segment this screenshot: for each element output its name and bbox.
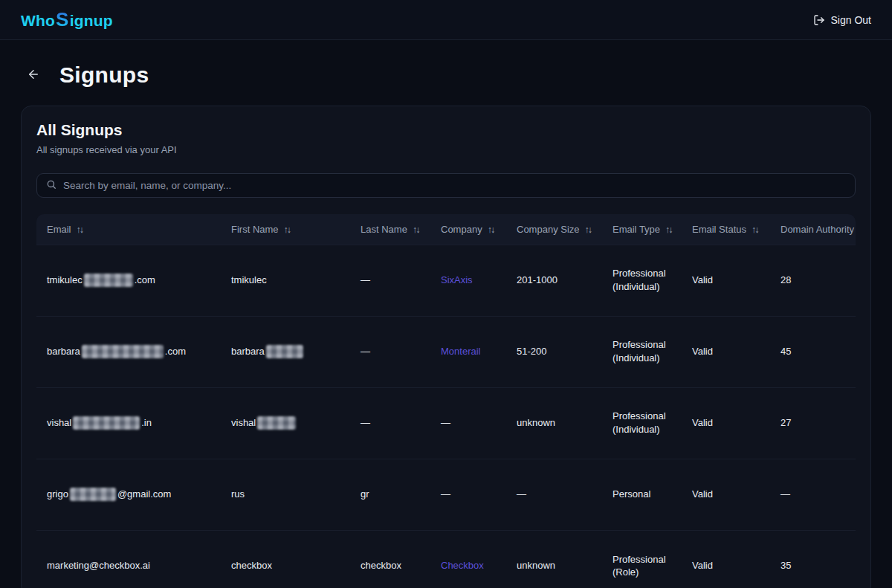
back-button[interactable] (27, 68, 40, 83)
email-type-cell: Professional (Individual) (602, 245, 682, 316)
sign-out-button[interactable]: Sign Out (813, 14, 871, 26)
column-header-email[interactable]: Email↑↓ (36, 214, 221, 245)
page-title: Signups (59, 62, 149, 88)
domain-authority-cell: 45 (770, 316, 856, 387)
column-label: Last Name (361, 224, 407, 235)
redacted-blur (73, 416, 140, 430)
domain-authority-cell: — (770, 459, 856, 530)
company-cell: — (430, 387, 506, 459)
email-cell: grigo@gmail.com (36, 459, 221, 530)
sign-out-label: Sign Out (831, 14, 871, 26)
company-link[interactable]: Checkbox (441, 560, 484, 571)
domain-authority-cell: 27 (770, 387, 856, 459)
table-body: tmikulec.comtmikulec—SixAxis201-1000Prof… (36, 245, 856, 588)
first-name-cell: checkbox (221, 530, 350, 588)
redacted-blur (266, 345, 303, 358)
sort-icon: ↑↓ (77, 224, 83, 235)
company-cell: Monterail (430, 316, 506, 387)
sort-icon: ↑↓ (752, 224, 758, 235)
first-name-cell: vishal (221, 387, 350, 459)
sort-icon: ↑↓ (413, 224, 419, 235)
signups-table: Email↑↓First Name↑↓Last Name↑↓Company↑↓C… (36, 214, 856, 588)
table-row[interactable]: grigo@gmail.comrusgr——PersonalValid— (36, 459, 856, 530)
signups-table-container: Email↑↓First Name↑↓Last Name↑↓Company↑↓C… (36, 214, 856, 588)
app-logo[interactable]: WhoSignup (21, 10, 113, 30)
column-label: Company Size (517, 224, 580, 235)
email-status-cell: Valid (682, 245, 770, 316)
column-header-domain-authority[interactable]: Domain Authority↑↓ (770, 214, 856, 245)
email-cell: vishal.in (36, 387, 221, 459)
domain-authority-cell: 28 (770, 245, 856, 316)
company-cell: Checkbox (430, 530, 506, 588)
email-type-cell: Professional (Individual) (602, 316, 682, 387)
top-navbar: WhoSignup Sign Out (0, 0, 892, 40)
company-size-cell: 51-200 (506, 316, 602, 387)
redacted-blur (70, 488, 116, 501)
first-name-cell: tmikulec (221, 245, 350, 316)
email-type-cell: Professional (Individual) (602, 387, 682, 459)
email-status-cell: Valid (682, 387, 770, 459)
domain-authority-cell: 35 (770, 530, 856, 588)
sort-icon: ↑↓ (585, 224, 592, 235)
search-bar[interactable] (36, 173, 856, 198)
email-type-cell: Professional (Role) (602, 530, 682, 588)
company-link[interactable]: SixAxis (441, 274, 473, 285)
logo-text-left: Who (21, 12, 55, 30)
column-label: Email (47, 224, 71, 235)
sort-icon: ↑↓ (284, 224, 291, 235)
column-label: Company (441, 224, 482, 235)
last-name-cell: checkbox (350, 530, 430, 588)
last-name-cell: — (350, 387, 430, 459)
panel-title: All Signups (36, 121, 856, 139)
logo-s-glyph: S (55, 10, 70, 29)
redacted-blur (257, 416, 296, 430)
email-status-cell: Valid (682, 316, 770, 387)
search-input[interactable] (63, 180, 846, 191)
last-name-cell: — (350, 316, 430, 387)
table-row[interactable]: vishal.invishal——unknownProfessional (In… (36, 387, 856, 459)
search-icon (46, 179, 56, 193)
column-header-email-type[interactable]: Email Type↑↓ (602, 214, 682, 245)
table-row[interactable]: marketing@checkbox.aicheckboxcheckboxChe… (36, 530, 856, 588)
email-type-cell: Personal (602, 459, 682, 530)
company-size-cell: unknown (506, 387, 602, 459)
panel-subtitle: All signups received via your API (36, 144, 856, 155)
table-row[interactable]: barbara.combarbara—Monterail51-200Profes… (36, 316, 856, 387)
logo-text-right: ignup (70, 12, 113, 30)
email-status-cell: Valid (682, 459, 770, 530)
column-header-company-size[interactable]: Company Size↑↓ (506, 214, 602, 245)
table-row[interactable]: tmikulec.comtmikulec—SixAxis201-1000Prof… (36, 245, 856, 316)
redacted-blur (82, 345, 164, 358)
email-status-cell: Valid (682, 530, 770, 588)
signups-panel: All Signups All signups received via you… (21, 106, 871, 588)
arrow-left-icon (27, 68, 40, 83)
company-cell: SixAxis (430, 245, 506, 316)
last-name-cell: gr (350, 459, 430, 530)
column-label: Email Status (692, 224, 746, 235)
email-cell: tmikulec.com (36, 245, 221, 316)
column-label: Domain Authority (780, 224, 854, 235)
company-link[interactable]: Monterail (441, 346, 480, 357)
column-label: Email Type (613, 224, 660, 235)
redacted-blur (84, 274, 133, 287)
page-header: Signups (0, 40, 892, 106)
sort-icon: ↑↓ (665, 224, 672, 235)
column-header-email-status[interactable]: Email Status↑↓ (682, 214, 770, 245)
table-header-row: Email↑↓First Name↑↓Last Name↑↓Company↑↓C… (36, 214, 856, 245)
column-header-first-name[interactable]: First Name↑↓ (221, 214, 350, 245)
email-cell: marketing@checkbox.ai (36, 530, 221, 588)
email-cell: barbara.com (36, 316, 221, 387)
first-name-cell: rus (221, 459, 350, 530)
company-cell: — (430, 459, 506, 530)
column-header-company[interactable]: Company↑↓ (430, 214, 506, 245)
company-size-cell: — (506, 459, 602, 530)
company-size-cell: 201-1000 (506, 245, 602, 316)
sign-out-icon (813, 14, 825, 26)
first-name-cell: barbara (221, 316, 350, 387)
column-header-last-name[interactable]: Last Name↑↓ (350, 214, 430, 245)
last-name-cell: — (350, 245, 430, 316)
company-size-cell: unknown (506, 530, 602, 588)
sort-icon: ↑↓ (488, 224, 494, 235)
column-label: First Name (231, 224, 279, 235)
